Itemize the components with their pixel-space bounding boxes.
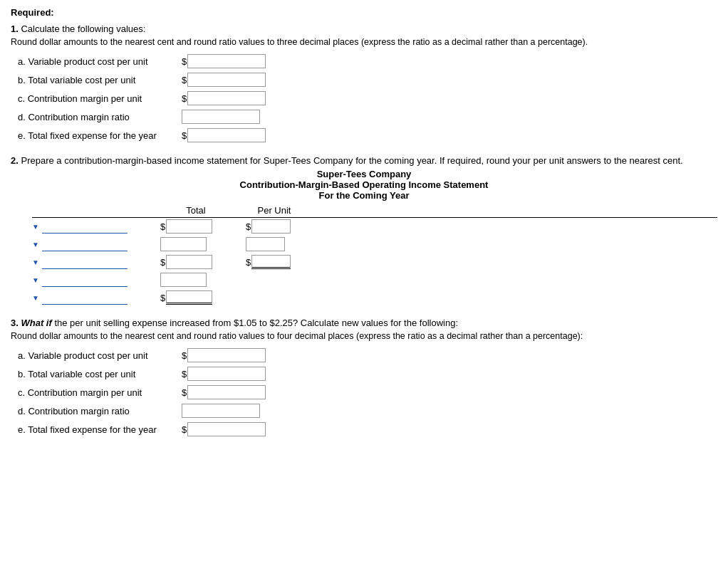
section1-label-b: b. Total variable cost per unit [18,75,182,85]
income-row-5: ▼ $ [32,290,717,305]
dollar-sign-r1t: $ [160,221,165,232]
dropdown-arrow-2[interactable]: ▼ [32,241,39,248]
dollar-sign-r3p: $ [246,257,251,268]
income-row-5-total: $ [160,290,232,305]
dollar-sign-3b: $ [182,369,187,379]
income-row-4-label: ▼ [32,273,160,287]
income-row-3-select[interactable] [42,255,128,269]
dollar-sign-b: $ [182,75,187,85]
section1-row-c: c. Contribution margin per unit $ [11,91,717,105]
section3-label-a: a. Variable product cost per unit [18,350,182,361]
income-row-1-total: $ [160,219,232,234]
dollar-sign-r1p: $ [246,221,251,232]
income-stmt-title: Super-Tees Company Contribution-Margin-B… [11,169,717,201]
section1: 1. Calculate the following values: Round… [11,23,717,142]
income-row-1-label: ▼ [32,219,160,234]
income-input-3-total[interactable] [166,255,212,269]
income-input-2-perunit[interactable] [246,237,285,251]
income-input-1-total[interactable] [166,219,212,234]
dollar-sign-a: $ [182,56,187,67]
income-row-3-total: $ [160,255,232,269]
dollar-sign-c: $ [182,93,187,104]
dropdown-arrow-4[interactable]: ▼ [32,276,39,284]
section2: 2. Prepare a contribution-margin-based i… [11,155,717,305]
section1-label-c: c. Contribution margin per unit [18,93,182,104]
dollar-sign-3a: $ [182,350,187,361]
income-input-1-perunit[interactable] [251,219,291,234]
section1-input-c[interactable] [187,91,266,105]
income-row-3-perunit: $ [246,255,303,269]
section3-row-d: d. Contribution margin ratio [11,404,717,418]
section3-row-a: a. Variable product cost per unit $ [11,348,717,362]
section1-row-d: d. Contribution margin ratio [11,110,717,124]
section1-label-d: d. Contribution margin ratio [18,112,182,122]
section1-instructions: Round dollar amounts to the nearest cent… [11,37,717,47]
section3-label-b: b. Total variable cost per unit [18,369,182,379]
income-row-1-select[interactable] [42,219,128,234]
dropdown-arrow-3[interactable]: ▼ [32,258,39,266]
income-row-1-perunit: $ [246,219,303,234]
income-row-2: ▼ [32,237,717,251]
section2-title: 2. Prepare a contribution-margin-based i… [11,155,717,166]
section3-label-c: c. Contribution margin per unit [18,387,182,398]
section1-input-a[interactable] [187,54,266,68]
income-row-2-select[interactable] [42,237,128,251]
section3-input-a[interactable] [187,348,266,362]
section3-input-d[interactable] [182,404,260,418]
income-row-3: ▼ $ $ [32,255,717,269]
section1-label-e: e. Total fixed expense for the year [18,130,182,141]
income-table-header: Total Per Unit [32,205,717,218]
section3-row-b: b. Total variable cost per unit $ [11,367,717,381]
required-label: Required: [11,7,717,18]
income-row-2-total [160,237,232,251]
dropdown-arrow-5[interactable]: ▼ [32,294,39,302]
dollar-sign-r5t: $ [160,293,165,303]
section3-row-e: e. Total fixed expense for the year $ [11,422,717,436]
section1-row-e: e. Total fixed expense for the year $ [11,128,717,142]
section3: 3. What if the per unit selling expense … [11,318,717,436]
income-row-5-select[interactable] [42,290,128,305]
income-row-4-total [160,273,232,287]
section3-title: 3. What if the per unit selling expense … [11,318,717,328]
section1-input-e[interactable] [187,128,266,142]
income-input-5-total[interactable] [166,290,212,305]
section3-input-e[interactable] [187,422,266,436]
dropdown-arrow-1[interactable]: ▼ [32,223,39,231]
dollar-sign-3e: $ [182,424,187,435]
dollar-sign-r3t: $ [160,257,165,268]
income-row-5-label: ▼ [32,290,160,305]
income-row-3-label: ▼ [32,255,160,269]
income-row-2-label: ▼ [32,237,160,251]
income-input-3-perunit[interactable] [251,255,291,269]
section3-input-b[interactable] [187,367,266,381]
section1-label-a: a. Variable product cost per unit [18,56,182,67]
section3-label-e: e. Total fixed expense for the year [18,424,182,435]
dollar-sign-e: $ [182,130,187,141]
income-row-4-select[interactable] [42,273,128,287]
section1-row-b: b. Total variable cost per unit $ [11,73,717,87]
income-row-2-perunit [246,237,303,251]
section3-row-c: c. Contribution margin per unit $ [11,385,717,399]
section1-input-d[interactable] [182,110,260,124]
section1-row-a: a. Variable product cost per unit $ [11,54,717,68]
income-input-2-total[interactable] [160,237,207,251]
section3-input-c[interactable] [187,385,266,399]
section3-label-d: d. Contribution margin ratio [18,406,182,416]
income-input-4-total[interactable] [160,273,207,287]
income-row-4: ▼ [32,273,717,287]
income-row-1: ▼ $ $ [32,219,717,234]
dollar-sign-3c: $ [182,387,187,398]
income-table: Total Per Unit ▼ $ $ ▼ [32,205,717,305]
section3-instructions: Round dollar amounts to the nearest cent… [11,331,717,341]
section1-title: 1. Calculate the following values: [11,23,717,34]
section1-input-b[interactable] [187,73,266,87]
